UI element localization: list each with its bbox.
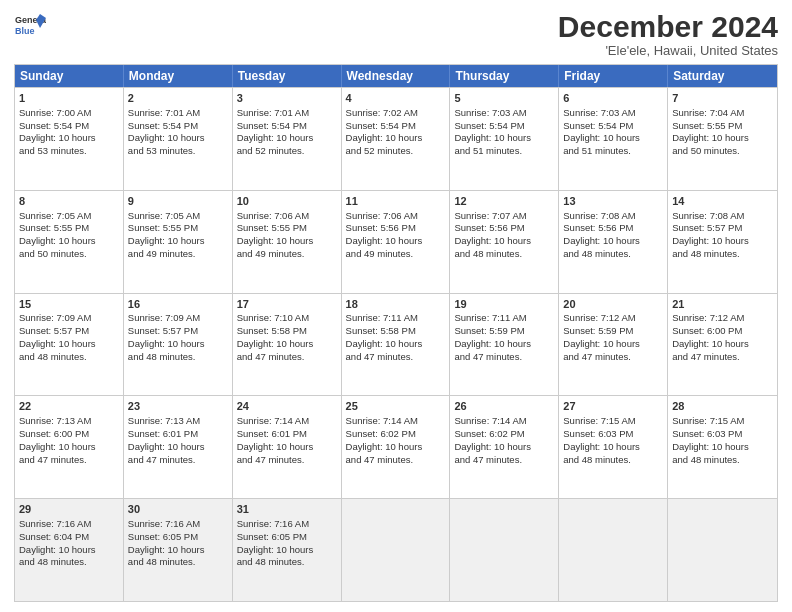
calendar-cell: 21Sunrise: 7:12 AMSunset: 6:00 PMDayligh…	[668, 294, 777, 396]
day-info: Daylight: 10 hours	[128, 441, 228, 454]
day-info: Sunrise: 7:05 AM	[128, 210, 228, 223]
calendar-cell: 10Sunrise: 7:06 AMSunset: 5:55 PMDayligh…	[233, 191, 342, 293]
calendar-cell: 14Sunrise: 7:08 AMSunset: 5:57 PMDayligh…	[668, 191, 777, 293]
day-info: and 48 minutes.	[563, 248, 663, 261]
calendar-week-4: 22Sunrise: 7:13 AMSunset: 6:00 PMDayligh…	[15, 395, 777, 498]
day-number: 17	[237, 297, 337, 312]
header-monday: Monday	[124, 65, 233, 87]
day-info: Sunrise: 7:11 AM	[346, 312, 446, 325]
day-number: 14	[672, 194, 773, 209]
day-number: 2	[128, 91, 228, 106]
day-info: Daylight: 10 hours	[19, 338, 119, 351]
day-info: Daylight: 10 hours	[128, 544, 228, 557]
day-info: Daylight: 10 hours	[237, 235, 337, 248]
day-info: and 48 minutes.	[454, 248, 554, 261]
day-info: and 47 minutes.	[563, 351, 663, 364]
day-info: Sunset: 6:04 PM	[19, 531, 119, 544]
day-info: Sunrise: 7:13 AM	[19, 415, 119, 428]
day-info: Sunrise: 7:08 AM	[672, 210, 773, 223]
day-info: Daylight: 10 hours	[454, 441, 554, 454]
day-info: Sunset: 5:57 PM	[19, 325, 119, 338]
day-info: Sunrise: 7:14 AM	[346, 415, 446, 428]
header-wednesday: Wednesday	[342, 65, 451, 87]
day-info: Sunrise: 7:08 AM	[563, 210, 663, 223]
day-number: 27	[563, 399, 663, 414]
day-info: and 47 minutes.	[128, 454, 228, 467]
day-info: Sunset: 5:56 PM	[346, 222, 446, 235]
calendar-cell: 11Sunrise: 7:06 AMSunset: 5:56 PMDayligh…	[342, 191, 451, 293]
calendar-cell: 4Sunrise: 7:02 AMSunset: 5:54 PMDaylight…	[342, 88, 451, 190]
header-saturday: Saturday	[668, 65, 777, 87]
day-info: and 48 minutes.	[128, 351, 228, 364]
day-number: 10	[237, 194, 337, 209]
day-info: Sunset: 6:02 PM	[346, 428, 446, 441]
day-info: Sunset: 5:55 PM	[128, 222, 228, 235]
day-info: Sunset: 6:01 PM	[128, 428, 228, 441]
day-info: Sunset: 6:00 PM	[672, 325, 773, 338]
day-number: 7	[672, 91, 773, 106]
day-number: 5	[454, 91, 554, 106]
day-info: Sunset: 5:54 PM	[563, 120, 663, 133]
calendar-cell: 30Sunrise: 7:16 AMSunset: 6:05 PMDayligh…	[124, 499, 233, 601]
day-info: Sunrise: 7:03 AM	[563, 107, 663, 120]
calendar-cell	[342, 499, 451, 601]
calendar-cell: 12Sunrise: 7:07 AMSunset: 5:56 PMDayligh…	[450, 191, 559, 293]
day-info: Daylight: 10 hours	[672, 235, 773, 248]
day-info: and 48 minutes.	[237, 556, 337, 569]
day-info: Sunrise: 7:00 AM	[19, 107, 119, 120]
day-number: 31	[237, 502, 337, 517]
day-info: Sunrise: 7:16 AM	[19, 518, 119, 531]
day-info: and 48 minutes.	[19, 556, 119, 569]
day-info: Sunset: 6:01 PM	[237, 428, 337, 441]
day-info: and 53 minutes.	[19, 145, 119, 158]
day-info: Sunrise: 7:01 AM	[237, 107, 337, 120]
day-info: Sunrise: 7:14 AM	[237, 415, 337, 428]
calendar-cell: 20Sunrise: 7:12 AMSunset: 5:59 PMDayligh…	[559, 294, 668, 396]
day-number: 26	[454, 399, 554, 414]
day-info: and 47 minutes.	[237, 454, 337, 467]
day-number: 20	[563, 297, 663, 312]
calendar-cell: 5Sunrise: 7:03 AMSunset: 5:54 PMDaylight…	[450, 88, 559, 190]
day-info: Sunrise: 7:16 AM	[128, 518, 228, 531]
day-number: 16	[128, 297, 228, 312]
day-info: Daylight: 10 hours	[19, 235, 119, 248]
calendar-cell: 6Sunrise: 7:03 AMSunset: 5:54 PMDaylight…	[559, 88, 668, 190]
day-info: and 49 minutes.	[346, 248, 446, 261]
day-info: Daylight: 10 hours	[346, 132, 446, 145]
day-info: Daylight: 10 hours	[563, 132, 663, 145]
day-number: 1	[19, 91, 119, 106]
day-info: Sunrise: 7:14 AM	[454, 415, 554, 428]
day-info: Sunset: 5:55 PM	[237, 222, 337, 235]
calendar-week-3: 15Sunrise: 7:09 AMSunset: 5:57 PMDayligh…	[15, 293, 777, 396]
day-info: Sunset: 5:59 PM	[454, 325, 554, 338]
day-info: Sunrise: 7:01 AM	[128, 107, 228, 120]
day-info: Daylight: 10 hours	[563, 235, 663, 248]
calendar-cell: 24Sunrise: 7:14 AMSunset: 6:01 PMDayligh…	[233, 396, 342, 498]
day-info: Sunrise: 7:12 AM	[672, 312, 773, 325]
day-info: Daylight: 10 hours	[237, 338, 337, 351]
day-info: Sunset: 5:59 PM	[563, 325, 663, 338]
day-number: 3	[237, 91, 337, 106]
day-info: Sunrise: 7:11 AM	[454, 312, 554, 325]
day-info: and 48 minutes.	[672, 248, 773, 261]
header-thursday: Thursday	[450, 65, 559, 87]
day-number: 13	[563, 194, 663, 209]
logo: General Blue	[14, 10, 46, 42]
day-info: Sunset: 5:54 PM	[454, 120, 554, 133]
day-info: Sunrise: 7:06 AM	[346, 210, 446, 223]
calendar-title: December 2024	[558, 10, 778, 43]
day-info: Daylight: 10 hours	[672, 441, 773, 454]
calendar-cell: 16Sunrise: 7:09 AMSunset: 5:57 PMDayligh…	[124, 294, 233, 396]
day-info: Sunrise: 7:03 AM	[454, 107, 554, 120]
day-info: Sunset: 5:58 PM	[346, 325, 446, 338]
day-info: Daylight: 10 hours	[237, 544, 337, 557]
day-number: 21	[672, 297, 773, 312]
calendar-cell: 23Sunrise: 7:13 AMSunset: 6:01 PMDayligh…	[124, 396, 233, 498]
day-info: Daylight: 10 hours	[19, 544, 119, 557]
day-info: Daylight: 10 hours	[128, 338, 228, 351]
day-number: 28	[672, 399, 773, 414]
calendar-cell: 3Sunrise: 7:01 AMSunset: 5:54 PMDaylight…	[233, 88, 342, 190]
day-info: and 49 minutes.	[128, 248, 228, 261]
day-info: and 51 minutes.	[454, 145, 554, 158]
day-info: and 50 minutes.	[672, 145, 773, 158]
